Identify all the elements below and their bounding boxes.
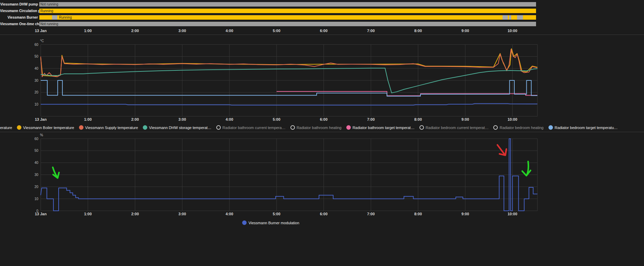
x-tick-label: 7:00 — [367, 117, 375, 121]
legend-item-viessmann-burner-modulation[interactable]: Viessmann Burner modulation — [242, 220, 299, 225]
timeline-rows: Viessmann DHW pumpNot runningViessmann C… — [0, 1, 644, 27]
legend-label: Radiator bathroom target temperat… — [353, 126, 415, 130]
x-tick-label: 4:00 — [226, 212, 233, 216]
state-segment — [39, 2, 536, 7]
legend-color-dot — [346, 125, 351, 130]
legend-color-dot — [79, 125, 83, 130]
state-label: Not running — [39, 22, 58, 26]
x-tick-label: 13 Jan — [35, 212, 47, 216]
modulation-chart: 0102030405060%13 Jan1:002:003:004:005:00… — [0, 134, 644, 218]
legend-item-radiator-bedroom-heating[interactable]: Radiator bedroom heating — [493, 125, 543, 130]
x-tick-label: 10:00 — [507, 212, 517, 216]
y-tick-label: 30 — [34, 173, 39, 177]
legend-hollow-dot — [216, 125, 221, 130]
x-tick-label: 8:00 — [414, 212, 422, 216]
y-tick-label: 50 — [34, 149, 39, 152]
x-tick-label: 2:00 — [131, 117, 139, 121]
state-segment — [39, 15, 52, 20]
y-tick-label: 20 — [34, 185, 39, 189]
state-segment — [523, 15, 536, 20]
y-tick-label: 60 — [34, 137, 39, 141]
state-label: Running — [39, 9, 53, 13]
legend-item-viessmann-supply-temperature[interactable]: Viessmann Supply temperature — [79, 125, 138, 130]
timeline-row-viessmann-dhw-pump: Viessmann DHW pumpNot running — [0, 1, 644, 8]
state-track[interactable]: Not running — [39, 2, 536, 7]
x-tick-label: 13 Jan — [35, 117, 47, 121]
x-axis-label: 8:00 — [414, 29, 422, 33]
state-track[interactable]: Running — [39, 15, 536, 20]
x-axis-label: 4:00 — [226, 29, 233, 33]
entity-label: Viessmann DHW pump — [0, 2, 39, 6]
state-timeline-section: Viessmann DHW pumpNot runningViessmann C… — [0, 0, 644, 35]
x-tick-label: 9:00 — [462, 117, 469, 121]
state-segment — [511, 15, 517, 20]
legend-item-radiator-bedroom-target-temperatu[interactable]: Radiator bedroom target temperatu… — [548, 125, 618, 130]
x-tick-label: 3:00 — [178, 117, 186, 121]
modulation-chart-legend: Viessmann Burner modulation — [0, 220, 542, 225]
legend-item-radiator-bathroom-heating[interactable]: Radiator bathroom heating — [290, 125, 341, 130]
state-segment — [517, 15, 523, 20]
state-track[interactable]: Not running — [39, 22, 536, 26]
state-segment — [52, 15, 57, 20]
legend-label: Radiator bathroom heating — [297, 126, 341, 130]
legend-label: Viessmann DHW storage temperat… — [149, 126, 211, 130]
y-tick-label: 10 — [34, 102, 39, 106]
x-tick-label: 5:00 — [273, 212, 280, 216]
legend-hollow-dot — [290, 125, 295, 130]
entity-label: Viessmann Circulation pump — [0, 9, 39, 13]
x-axis-label: 1:00 — [84, 29, 92, 33]
legend-item-viessmann-outside-temperature[interactable]: Viessmann Outside temperature — [0, 125, 12, 130]
state-track[interactable]: Running — [39, 9, 536, 13]
legend-label: Viessmann Burner modulation — [248, 221, 299, 225]
state-segment — [57, 15, 503, 20]
legend-label: Viessmann Boiler temperature — [23, 126, 74, 130]
legend-item-radiator-bedroom-current-temperat[interactable]: Radiator bedroom current temperat… — [419, 125, 489, 130]
legend-label: Radiator bathroom current tempera… — [222, 126, 286, 130]
x-axis-label: 3:00 — [178, 29, 186, 33]
x-tick-label: 1:00 — [84, 117, 92, 121]
x-tick-label: 9:00 — [462, 212, 469, 216]
x-axis-label: 13 Jan — [35, 29, 47, 33]
legend-label: Radiator bedroom heating — [499, 126, 543, 130]
timeline-time-axis: 13 Jan1:002:003:004:005:006:007:008:009:… — [41, 29, 538, 34]
temperature-chart-legend: Viessmann Outside temperatureViessmann B… — [0, 125, 569, 130]
legend-hollow-dot — [419, 125, 424, 130]
legend-color-dot — [242, 220, 247, 225]
x-tick-label: 4:00 — [226, 117, 233, 121]
legend-item-viessmann-dhw-storage-temperat[interactable]: Viessmann DHW storage temperat… — [143, 125, 211, 130]
y-axis-unit: % — [40, 134, 43, 137]
x-tick-label: 7:00 — [367, 212, 375, 216]
modulation-chart-section: 0102030405060%13 Jan1:002:003:004:005:00… — [0, 132, 644, 225]
history-dashboard: Viessmann DHW pumpNot runningViessmann C… — [0, 0, 644, 225]
y-tick-label: 40 — [34, 67, 39, 70]
legend-item-radiator-bathroom-current-tempera[interactable]: Radiator bathroom current tempera… — [216, 125, 286, 130]
y-tick-label: 40 — [34, 161, 39, 165]
legend-hollow-dot — [493, 125, 498, 130]
x-tick-label: 6:00 — [320, 212, 327, 216]
x-axis-label: 6:00 — [320, 29, 327, 33]
x-tick-label: 2:00 — [131, 212, 139, 216]
temperature-chart: 102030405060°C13 Jan1:002:003:004:005:00… — [0, 35, 644, 123]
state-segment — [503, 15, 508, 20]
x-tick-label: 1:00 — [84, 212, 92, 216]
x-axis-label: 10:00 — [507, 29, 517, 33]
y-tick-label: 50 — [34, 55, 39, 58]
temperature-chart-section: 102030405060°C13 Jan1:002:003:004:005:00… — [0, 35, 644, 132]
x-axis-label: 7:00 — [367, 29, 375, 33]
y-tick-label: 60 — [34, 43, 39, 47]
state-segment — [39, 9, 536, 13]
legend-color-dot — [548, 125, 553, 130]
legend-color-dot — [17, 125, 21, 130]
x-tick-label: 8:00 — [414, 117, 422, 121]
x-tick-label: 3:00 — [178, 212, 186, 216]
entity-label: Viessmann Burner — [0, 16, 39, 19]
legend-item-viessmann-boiler-temperature[interactable]: Viessmann Boiler temperature — [17, 125, 74, 130]
legend-label: Radiator bedroom current temperat… — [426, 126, 489, 130]
timeline-row-viessmann-circulation-pump: Viessmann Circulation pumpRunning — [0, 8, 644, 14]
x-axis-label: 9:00 — [462, 29, 469, 33]
x-axis-label: 5:00 — [273, 29, 280, 33]
legend-item-radiator-bathroom-target-temperat[interactable]: Radiator bathroom target temperat… — [346, 125, 415, 130]
legend-color-dot — [143, 125, 147, 130]
state-segment — [39, 22, 536, 26]
y-tick-label: 10 — [34, 197, 39, 201]
